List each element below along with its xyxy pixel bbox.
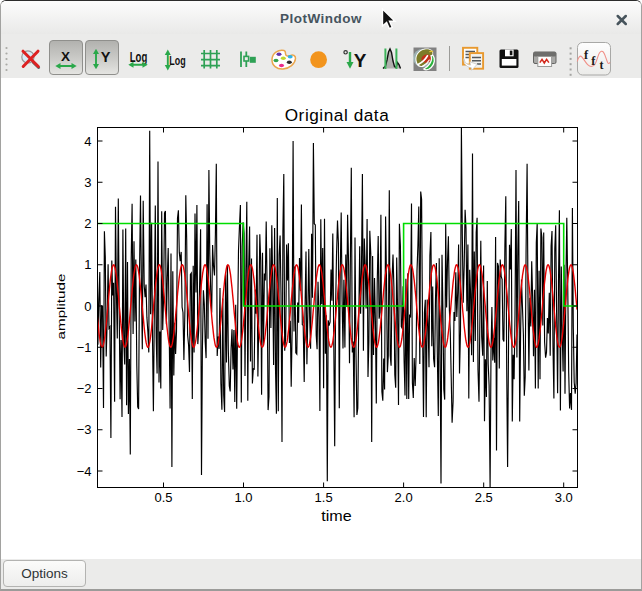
svg-text:X: X xyxy=(61,49,70,64)
svg-text:4: 4 xyxy=(84,134,91,149)
svg-text:Y: Y xyxy=(354,50,367,71)
svg-text:t: t xyxy=(599,58,603,72)
svg-text:2.5: 2.5 xyxy=(475,490,493,505)
svg-text:−2: −2 xyxy=(77,381,92,396)
svg-text:Y: Y xyxy=(101,49,111,65)
svg-text:Log: Log xyxy=(169,53,185,67)
svg-text:0.5: 0.5 xyxy=(154,490,172,505)
svg-text:Original data: Original data xyxy=(285,105,390,125)
svg-text:amplitude: amplitude xyxy=(55,274,68,340)
svg-text:−3: −3 xyxy=(77,422,92,437)
svg-text:2.0: 2.0 xyxy=(395,490,413,505)
svg-text:−1: −1 xyxy=(77,340,92,355)
svg-text:1: 1 xyxy=(84,257,91,272)
svg-text:1.0: 1.0 xyxy=(234,490,252,505)
svg-text:−4: −4 xyxy=(77,464,92,479)
svg-text:0: 0 xyxy=(84,299,91,314)
svg-text:1.5: 1.5 xyxy=(315,490,333,505)
svg-text:time: time xyxy=(321,508,351,524)
svg-text:3.0: 3.0 xyxy=(555,490,573,505)
svg-text:3: 3 xyxy=(84,175,91,190)
svg-text:2: 2 xyxy=(84,216,91,231)
